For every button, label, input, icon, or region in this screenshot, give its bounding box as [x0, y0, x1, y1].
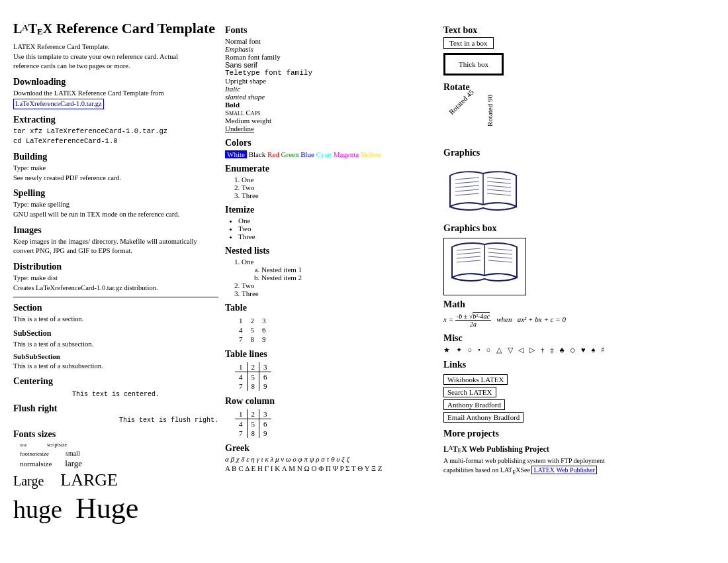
project-desc: A multi-format web publishing system wit… [443, 456, 629, 477]
table-cell: 1 [235, 316, 247, 325]
flushright-text: This text is flush right. [13, 417, 218, 424]
graphics-title: Graphics [443, 148, 629, 158]
table-cell: 4 [235, 372, 247, 382]
more-projects: LATEX Web Publishing Project A multi-for… [443, 444, 629, 477]
enum-item-3: Three [242, 191, 437, 199]
moreprojects-title: More projects [443, 429, 629, 439]
subsubsection-text: This is a test of a subsubsection. [13, 362, 218, 372]
nested-item-1: One Nested item 1 Nested item 2 [242, 258, 437, 282]
intro-line3: reference cards can be two pages or more… [13, 62, 218, 72]
font-emphasis: Emphasis [225, 45, 437, 53]
intro-line1: LATEX Reference Card Template. [13, 42, 218, 52]
table-cell: 8 [247, 334, 259, 344]
fontsizes-row4: Large LARGE [13, 470, 218, 490]
project-link[interactable]: LATEX Web Publisher [531, 466, 596, 474]
column-2: Fonts Normal font Emphasis Roman font fa… [225, 20, 437, 543]
fontsize-Large: Large [13, 474, 44, 489]
link-search[interactable]: Search LATEX [443, 387, 496, 397]
table-cell: 4 [235, 419, 247, 429]
table-cell: 9 [259, 382, 271, 391]
fontsizes-row3: normalsize large [20, 458, 218, 469]
link-anthony[interactable]: Anthony Bradford [443, 399, 505, 410]
table-title: Table [225, 303, 437, 313]
table-cell: 2 [247, 316, 259, 325]
table-cell: 1 [235, 409, 247, 419]
subsection-text: This is a test of a subsection. [13, 340, 218, 350]
table-cell: 7 [235, 382, 247, 391]
table-plain: 123 456 789 [235, 316, 270, 344]
building-title: Building [13, 152, 218, 162]
font-roman: Roman font family [225, 53, 437, 61]
fontsizes-row1: tiny scriptsize [20, 442, 218, 448]
colors-title: Colors [225, 138, 437, 148]
misc-symbols: ★ ✦ ○ • ○ △ ▽ ◁ ▷ † ‡ ♣ ◇ ♥ ♠ ♯ [443, 346, 629, 354]
itemize-title: Itemize [225, 205, 437, 215]
nested-a-2: Nested item 2 [261, 274, 437, 282]
table-cell: 7 [235, 429, 247, 438]
greek-lower: α β χ δ ε η γ ι κ λ μ ν ω ο φ π ψ ρ σ τ … [225, 455, 437, 463]
math-formula: x = -b ± √b²-4ac 2a when ax² + bx + c = … [443, 313, 629, 328]
section-text: This is a test of a section. [13, 315, 218, 325]
greek-title: Greek [225, 443, 437, 454]
rowcol-title: Row column [225, 396, 437, 407]
item-1: One [238, 217, 437, 225]
font-medium: Medium weight [225, 117, 437, 125]
nested-title: Nested lists [225, 246, 437, 256]
table-cell: 3 [259, 409, 271, 419]
project-title: LATEX Web Publishing Project [443, 444, 629, 454]
downloading-title: Downloading [13, 77, 218, 87]
flushright-title: Flush right [13, 403, 218, 414]
subsubsection-title: SubSubSection [13, 352, 218, 360]
table-cell: 5 [247, 419, 259, 429]
column-1: LATEX Reference Card Template LATEX Refe… [13, 20, 218, 543]
page-title: LATEX Reference Card Template [13, 20, 218, 37]
table-cell: 7 [235, 334, 247, 344]
font-normal: Normal font [225, 37, 437, 45]
enum-item-2: Two [242, 183, 437, 191]
table-cell: 5 [247, 372, 259, 382]
textbox-simple: Text in a box [443, 37, 494, 49]
font-underline: Underline [225, 125, 437, 132]
item-2: Two [238, 225, 437, 232]
rotate-90-text: Rotated 90 [486, 95, 494, 127]
downloading-text: Download the LATEX Reference Card Templa… [13, 89, 218, 99]
fontsize-normalsize: normalsize [20, 460, 52, 468]
rotate-container: Rotated 45 Rotated 90 [443, 96, 629, 142]
table-cell: 3 [259, 362, 271, 372]
font-upright: Upright shape [225, 77, 437, 85]
tablelines-title: Table lines [225, 349, 437, 360]
images-title: Images [13, 225, 218, 236]
colors-row: White Black Red Green Blue Cyan Magenta … [225, 150, 437, 158]
table-cell: 5 [247, 325, 259, 334]
distribution-line2: Creates LaTeXreferenceCard-1.0.tar.gz di… [13, 283, 218, 293]
fontsizes-row2: footnotesize small [20, 450, 218, 457]
table-cell: 9 [258, 334, 270, 344]
distribution-line1: Type: make dist [13, 274, 218, 283]
color-yellow: Yellow [361, 150, 381, 158]
nested-alpha-list: Nested item 1 Nested item 2 [261, 266, 437, 282]
link-email[interactable]: Email Anthony Bradford [443, 412, 523, 423]
math-denominator: 2a [470, 321, 477, 328]
fontsize-footnotesize: footnotesize [20, 450, 49, 457]
table-cell: 2 [247, 362, 259, 372]
downloading-link[interactable]: LaTeXreferenceCard-1.0.tar.gz [13, 99, 104, 110]
link-wikibooks[interactable]: Wikibooks LATEX [443, 374, 508, 385]
nested-item-2: Two [242, 282, 437, 289]
table-cell: 6 [259, 372, 271, 382]
table-cell: 4 [235, 325, 247, 334]
building-line2: See newly created PDF reference card. [13, 174, 218, 183]
color-blue: Blue [300, 150, 316, 158]
textbox-title: Text box [443, 25, 629, 36]
font-italic: Italic [225, 85, 437, 93]
fontsize-small: small [66, 450, 80, 457]
fontsizes-title: Fonts sizes [13, 429, 218, 440]
font-bold: Bold [225, 101, 437, 109]
centering-text: This text is centered. [13, 391, 218, 398]
spelling-title: Spelling [13, 188, 218, 199]
color-cyan: Cyan [316, 150, 334, 158]
nested-list: One Nested item 1 Nested item 2 Two Thre… [242, 258, 437, 297]
graphicsbox-container [443, 238, 526, 295]
fontsize-Huge: Huge [75, 491, 138, 525]
extracting-title: Extracting [13, 115, 218, 125]
fontsize-huge: huge [13, 495, 62, 524]
